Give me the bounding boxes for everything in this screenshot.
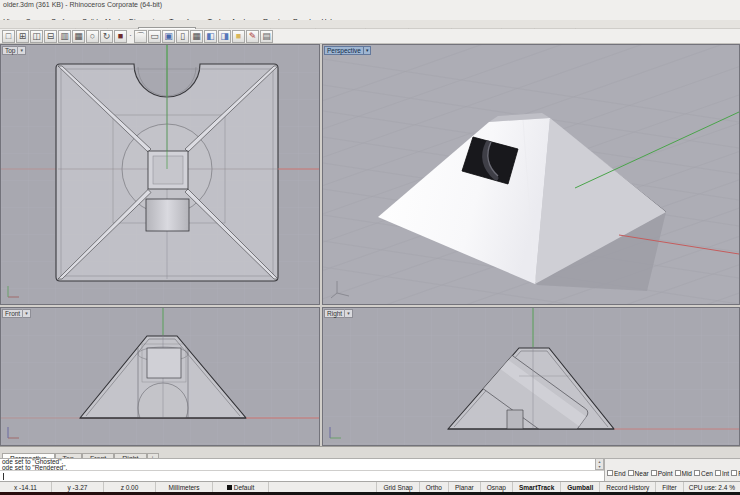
command-prompt[interactable] (0, 470, 604, 481)
viewport-front[interactable]: Front ▾ (0, 307, 320, 446)
right-view-canvas[interactable] (323, 308, 739, 445)
statusbar-pane-ortho[interactable]: Ortho (420, 482, 449, 492)
osnap-option-end[interactable]: End (607, 470, 626, 477)
viewport-top[interactable]: Top ▾ (0, 44, 320, 305)
box-edit-icon[interactable]: ◨ (218, 30, 231, 43)
command-history: ode set to "Ghosted".ode set to "Rendere… (0, 458, 595, 470)
osnap-option-near[interactable]: Near (628, 470, 649, 477)
checkbox[interactable] (607, 470, 613, 476)
viewport-label-right[interactable]: Right ▾ (324, 309, 353, 318)
statusbar-units[interactable]: Millimeters (156, 482, 213, 492)
maximize-viewport-icon[interactable]: □ (2, 30, 15, 43)
viewport-label-front[interactable]: Front ▾ (2, 309, 31, 318)
four-viewports-icon[interactable]: ⊞ (16, 30, 29, 43)
checkbox[interactable] (675, 470, 681, 476)
osnap-option-perp[interactable]: Perp (731, 470, 740, 477)
statusbar-pane-record-history[interactable]: Record History (600, 482, 656, 492)
three-viewports-icon[interactable]: ◫ (30, 30, 43, 43)
statusbar-y-coordinate: y -3.27 (52, 482, 104, 492)
statusbar-panes: Grid SnapOrthoPlanarOsnapSmartTrackGumba… (377, 482, 683, 492)
statusbar-spacer (269, 482, 377, 492)
detail-rectangle-icon[interactable]: ▭ (148, 30, 161, 43)
chevron-down-icon: ▾ (22, 309, 28, 318)
folder-icon[interactable]: ■ (232, 30, 245, 43)
scroll-down-icon[interactable]: ▾ (596, 464, 603, 469)
new-floating-viewport-icon[interactable]: ▯ (176, 30, 189, 43)
viewport-right[interactable]: Right ▾ (322, 307, 740, 446)
split-vertical-icon[interactable]: ▥ (58, 30, 71, 43)
statusbar-x-coordinate: x -14.11 (0, 482, 52, 492)
statusbar-pane-planar[interactable]: Planar (449, 482, 481, 492)
front-view-canvas[interactable] (1, 308, 319, 445)
perspective-view-canvas[interactable] (323, 45, 739, 304)
background-image-icon[interactable]: ▣ (162, 30, 175, 43)
chevron-down-icon: ▾ (17, 46, 23, 55)
chevron-down-icon: ▾ (363, 46, 369, 55)
text-cursor (3, 473, 4, 480)
viewport-grid: Top ▾ (0, 44, 740, 446)
statusbar-pane-smarttrack[interactable]: SmartTrack (513, 482, 561, 492)
viewport-table-icon[interactable]: ▦ (190, 30, 203, 43)
viewport-label-top[interactable]: Top ▾ (2, 46, 26, 55)
separator-dot[interactable]: · (128, 30, 133, 43)
rotate-view-icon[interactable]: ↻ (100, 30, 113, 43)
toolbar-tab-row: CPlanesSet ViewDisplaySelectViewport Lay… (0, 20, 740, 29)
osnap-option-int[interactable]: Int (715, 470, 729, 477)
statusbar-cpu: CPU use: 2.4 % (684, 482, 740, 492)
top-view-canvas[interactable] (1, 45, 319, 304)
print-icon[interactable]: ▤ (260, 30, 273, 43)
layer-color-swatch (227, 485, 232, 490)
statusbar-pane-filter[interactable]: Filter (656, 482, 683, 492)
statusbar-pane-grid-snap[interactable]: Grid Snap (377, 482, 419, 492)
osnap-panel: End Near Point Mid Cen Int Perp (604, 458, 740, 481)
statusbar-pane-gumball[interactable]: Gumball (561, 482, 600, 492)
viewport-tab-bar: PerspectiveTopFrontRight+ (0, 446, 740, 458)
checkbox[interactable] (651, 470, 657, 476)
toolbar-icon-row: □⊞◫⊟▥▦○↻■·⌒▭▣▯▦◧◨■✎▤ (0, 29, 740, 44)
viewport-perspective[interactable]: Perspective ▾ (322, 44, 740, 305)
history-scrollbar[interactable]: ▴ ▾ (595, 458, 604, 470)
box-display-icon[interactable]: ◧ (204, 30, 217, 43)
checkbox[interactable] (628, 470, 634, 476)
window-title: older.3dm (361 KB) - Rhinoceros Corporat… (0, 0, 740, 10)
chevron-down-icon: ▾ (344, 309, 350, 318)
checkbox[interactable] (694, 470, 700, 476)
statusbar-pane-osnap[interactable]: Osnap (481, 482, 513, 492)
osnap-option-point[interactable]: Point (651, 470, 673, 477)
curve-icon[interactable]: ⌒ (134, 30, 147, 43)
zoom-lens-icon[interactable]: ○ (86, 30, 99, 43)
osnap-option-mid[interactable]: Mid (675, 470, 692, 477)
statusbar-layer[interactable]: Default (213, 482, 269, 492)
viewport-layout-grid-icon[interactable]: ▦ (72, 30, 85, 43)
checkbox[interactable] (731, 470, 737, 476)
annotate-pen-icon[interactable]: ✎ (246, 30, 259, 43)
osnap-option-cen[interactable]: Cen (694, 470, 713, 477)
viewport-label-perspective[interactable]: Perspective ▾ (324, 46, 371, 55)
display-mode-swatch-icon[interactable]: ■ (114, 30, 127, 43)
status-bar: x -14.11 y -3.27 z 0.00 Millimeters Defa… (0, 481, 740, 492)
menubar: ViewCurveSurfaceSolidMeshDimensionTransf… (0, 10, 740, 20)
statusbar-z-coordinate: z 0.00 (104, 482, 156, 492)
checkbox[interactable] (715, 470, 721, 476)
split-horizontal-icon[interactable]: ⊟ (44, 30, 57, 43)
